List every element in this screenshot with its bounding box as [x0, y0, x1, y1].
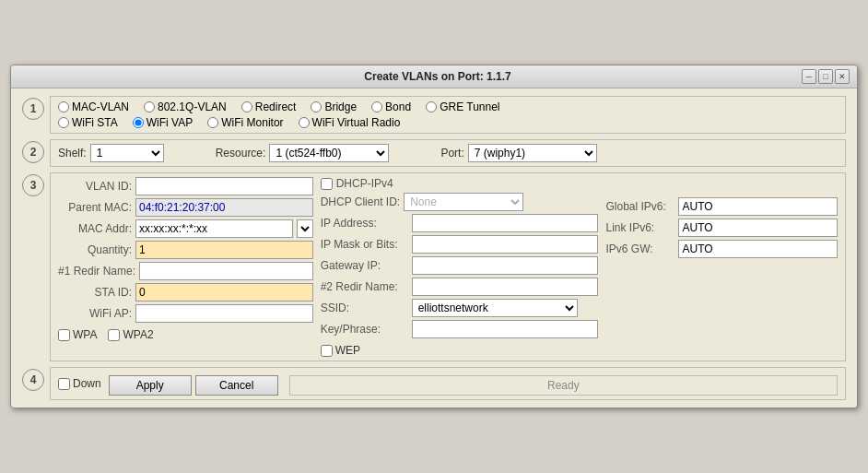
dhcp-client-id-row: DHCP Client ID: None	[321, 193, 599, 211]
vlan-id-label: VLAN ID:	[58, 180, 132, 193]
wpa-check-label[interactable]: WPA	[58, 328, 97, 341]
radio-wifi-sta[interactable]: WiFi STA	[58, 116, 118, 129]
ip-mask-row: IP Mask or Bits:	[321, 235, 599, 254]
radio-bridge-input[interactable]	[311, 101, 322, 112]
down-check-label[interactable]: Down	[58, 377, 101, 390]
global-ipv6-row: Global IPv6:	[605, 197, 838, 216]
gateway-ip-label: Gateway IP:	[321, 259, 408, 272]
quantity-input[interactable]	[135, 241, 313, 259]
dhcp-ipv4-row: DHCP-IPv4	[321, 177, 599, 190]
down-checkbox[interactable]	[58, 378, 70, 390]
redir1-row: #1 Redir Name:	[58, 262, 313, 280]
col-mid: DHCP-IPv4 DHCP Client ID: None IP Addres…	[321, 177, 599, 357]
shelf-label: Shelf:	[58, 147, 87, 160]
radio-mac-vlan[interactable]: MAC-VLAN	[58, 101, 129, 113]
shelf-select[interactable]: 1	[90, 144, 164, 162]
parent-mac-label: Parent MAC:	[58, 201, 132, 214]
wifi-ap-input[interactable]	[135, 304, 313, 323]
radio-wifi-monitor[interactable]: WiFi Monitor	[207, 116, 283, 129]
radio-redirect-input[interactable]	[241, 101, 252, 112]
wpa2-check-label[interactable]: WPA2	[108, 328, 153, 341]
status-bar: Ready	[289, 375, 838, 396]
link-ipv6-input[interactable]	[678, 219, 838, 237]
ipv6-gw-row: IPv6 GW:	[605, 240, 838, 258]
ipv6-gw-input[interactable]	[678, 240, 838, 258]
link-ipv6-label: Link IPv6:	[605, 221, 674, 234]
section-number-2: 2	[22, 141, 44, 163]
link-ipv6-row: Link IPv6:	[605, 219, 838, 237]
ip-address-label: IP Address:	[321, 217, 408, 230]
radio-wifi-vr-input[interactable]	[299, 117, 310, 128]
resource-select[interactable]: 1 (ct524-ffb0)	[269, 144, 389, 162]
radio-wifi-mon-input[interactable]	[207, 117, 218, 128]
mac-addr-input[interactable]	[135, 219, 293, 238]
radio-8021q-input[interactable]	[144, 101, 155, 112]
wpa-checkbox[interactable]	[58, 329, 70, 341]
wpa2-checkbox[interactable]	[108, 329, 120, 341]
dhcp-ipv4-checkbox[interactable]	[321, 178, 333, 190]
wep-check-label[interactable]: WEP	[321, 344, 599, 357]
sta-id-input[interactable]	[135, 283, 313, 302]
global-ipv6-input[interactable]	[678, 197, 838, 216]
parent-mac-row: Parent MAC:	[58, 198, 313, 217]
mac-addr-select[interactable]: ▼	[297, 219, 313, 238]
quantity-row: Quantity:	[58, 241, 313, 259]
radio-redirect[interactable]: Redirect	[241, 101, 297, 113]
radio-wifi-sta-input[interactable]	[58, 117, 69, 128]
key-phrase-row: Key/Phrase:	[321, 320, 599, 338]
ip-address-input[interactable]	[412, 214, 599, 232]
section-number-1: 1	[22, 98, 44, 120]
ip-address-row: IP Address:	[321, 214, 599, 232]
radio-gre-input[interactable]	[426, 101, 437, 112]
section-3: 3 VLAN ID: Parent MAC: M	[22, 172, 846, 361]
close-button[interactable]: ✕	[835, 69, 850, 84]
radio-bond-input[interactable]	[371, 101, 382, 112]
window-content: 1 MAC-VLAN 802.1Q-VLAN Redirect	[11, 89, 857, 408]
ssid-select[interactable]: elliottsnetwork	[412, 299, 578, 317]
key-phrase-input[interactable]	[412, 320, 599, 338]
dhcp-ipv4-label: DHCP-IPv4	[336, 177, 393, 190]
cancel-button[interactable]: Cancel	[195, 375, 278, 396]
ip-mask-input[interactable]	[412, 235, 599, 254]
radio-gre-tunnel[interactable]: GRE Tunnel	[426, 101, 499, 113]
ssid-label: SSID:	[321, 302, 408, 314]
radio-wifi-vap[interactable]: WiFi VAP	[133, 116, 193, 129]
section-1-body: MAC-VLAN 802.1Q-VLAN Redirect Bridge	[50, 96, 846, 134]
radio-bridge[interactable]: Bridge	[311, 101, 357, 113]
apply-button[interactable]: Apply	[109, 375, 192, 396]
radio-row-1: MAC-VLAN 802.1Q-VLAN Redirect Bridge	[58, 101, 838, 113]
wpa-row: WPA WPA2	[58, 328, 313, 341]
port-select[interactable]: 7 (wiphy1)	[468, 144, 597, 162]
minimize-button[interactable]: ─	[802, 69, 816, 84]
wifi-ap-label: WiFi AP:	[58, 307, 132, 320]
col-right: Global IPv6: Link IPv6: IPv6 GW:	[605, 177, 838, 357]
maximize-button[interactable]: □	[818, 69, 833, 84]
dhcp-client-id-select[interactable]: None	[404, 193, 523, 211]
radio-8021q-vlan[interactable]: 802.1Q-VLAN	[144, 101, 227, 113]
down-label: Down	[73, 377, 101, 390]
redir2-input[interactable]	[412, 278, 599, 296]
radio-bond[interactable]: Bond	[371, 101, 411, 113]
wep-checkbox[interactable]	[321, 345, 333, 357]
ssid-row: SSID: elliottsnetwork	[321, 299, 599, 317]
global-ipv6-label: Global IPv6:	[605, 200, 674, 213]
sta-id-label: STA ID:	[58, 286, 132, 299]
shelf-field: Shelf: 1	[58, 144, 164, 162]
dhcp-client-id-label: DHCP Client ID:	[321, 195, 400, 208]
parent-mac-input[interactable]	[135, 198, 313, 217]
sta-id-row: STA ID:	[58, 283, 313, 302]
gateway-ip-input[interactable]	[412, 256, 599, 275]
ipv6-gw-label: IPv6 GW:	[605, 242, 674, 255]
section-3-layout: VLAN ID: Parent MAC: MAC Addr: ▼	[58, 177, 838, 357]
status-text: Ready	[547, 379, 580, 392]
radio-row-2: WiFi STA WiFi VAP WiFi Monitor WiFi Virt…	[58, 116, 838, 129]
window-title: Create VLANs on Port: 1.1.7	[74, 70, 802, 83]
redir1-input[interactable]	[139, 262, 313, 280]
radio-mac-vlan-input[interactable]	[58, 101, 69, 112]
radio-wifi-virtual-radio[interactable]: WiFi Virtual Radio	[299, 116, 401, 129]
vlan-id-input[interactable]	[135, 177, 313, 195]
mac-addr-label: MAC Addr:	[58, 222, 132, 235]
radio-wifi-vap-input[interactable]	[133, 117, 144, 128]
main-window: Create VLANs on Port: 1.1.7 ─ □ ✕ 1 MAC-…	[10, 65, 858, 408]
port-field: Port: 7 (wiphy1)	[440, 144, 596, 162]
